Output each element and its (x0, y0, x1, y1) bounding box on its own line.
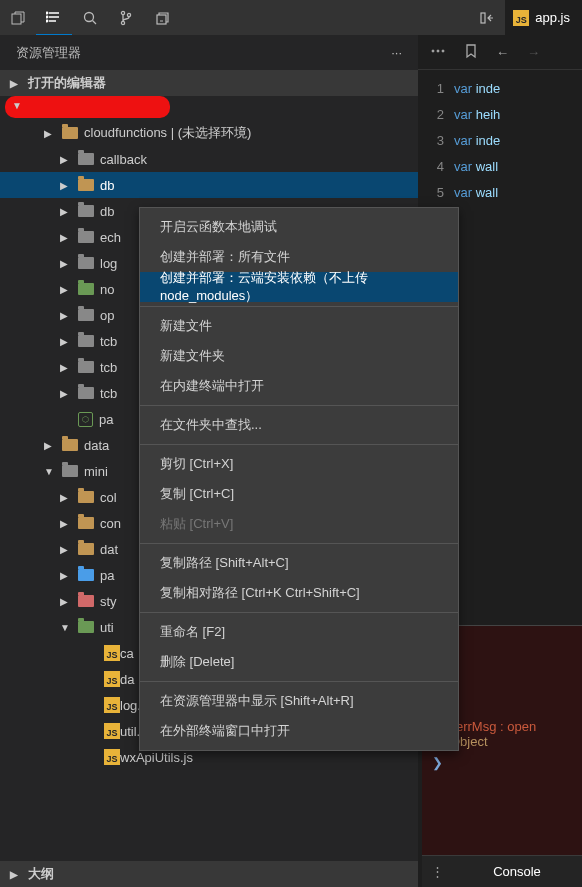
js-file-icon: JS (104, 723, 120, 739)
nav-back-icon[interactable]: ← (496, 45, 509, 60)
tree-label: no (100, 282, 114, 297)
chevron-icon[interactable]: ▼ (44, 466, 56, 477)
menu-item[interactable]: 新建文件 (140, 311, 458, 341)
chevron-icon[interactable]: ▶ (60, 232, 72, 243)
svg-point-6 (121, 21, 124, 24)
chevron-icon[interactable]: ▶ (60, 570, 72, 581)
chevron-icon[interactable]: ▶ (60, 154, 72, 165)
menu-item[interactable]: 复制路径 [Shift+Alt+C] (140, 548, 458, 578)
tree-label: wxApiUtils.js (120, 750, 193, 765)
tree-label: con (100, 516, 121, 531)
svg-point-1 (46, 12, 48, 14)
svg-rect-0 (12, 14, 21, 24)
js-file-icon: JS (513, 10, 529, 26)
console-tab[interactable]: Console (452, 864, 582, 879)
more-icon[interactable] (430, 43, 446, 62)
chevron-icon[interactable]: ▶ (60, 206, 72, 217)
sidebar-toggle-icon[interactable] (469, 0, 505, 35)
menu-item[interactable]: 复制 [Ctrl+C] (140, 479, 458, 509)
tree-label: tcb (100, 386, 117, 401)
menu-item[interactable]: 创建并部署：云端安装依赖（不上传 node_modules） (140, 272, 458, 302)
js-file-icon: JS (104, 645, 120, 661)
menu-item[interactable]: 在内建终端中打开 (140, 371, 458, 401)
menu-item[interactable]: 复制相对路径 [Ctrl+K Ctrl+Shift+C] (140, 578, 458, 608)
open-editors-section[interactable]: ▶打开的编辑器 (0, 70, 418, 96)
chevron-icon[interactable]: ▶ (60, 258, 72, 269)
svg-rect-9 (481, 13, 485, 23)
menu-icon[interactable] (36, 0, 72, 35)
outline-section[interactable]: ▶大纲 (0, 861, 418, 887)
folder-icon (78, 621, 94, 633)
menu-item[interactable]: 开启云函数本地调试 (140, 212, 458, 242)
chevron-icon[interactable]: ▶ (60, 518, 72, 529)
js-file-icon: JS (104, 749, 120, 765)
folder-icon (78, 153, 94, 165)
chevron-icon[interactable]: ▶ (60, 544, 72, 555)
tree-row[interactable]: ▶db (0, 172, 418, 198)
tree-label: mini (84, 464, 108, 479)
folder-icon (78, 283, 94, 295)
menu-item[interactable]: 重命名 [F2] (140, 617, 458, 647)
project-root-redacted[interactable]: ▼ (0, 96, 418, 120)
folder-icon (78, 257, 94, 269)
tree-label: data (84, 438, 109, 453)
folder-icon (78, 361, 94, 373)
folder-icon (78, 543, 94, 555)
files-icon[interactable] (0, 0, 36, 35)
js-file-icon: JS (104, 671, 120, 687)
save-all-icon[interactable] (144, 0, 180, 35)
tree-label: col (100, 490, 117, 505)
svg-rect-8 (157, 15, 166, 24)
bottom-tabs: ⋮ Console (422, 855, 582, 887)
search-icon[interactable] (72, 0, 108, 35)
menu-item[interactable]: 新建文件夹 (140, 341, 458, 371)
chevron-icon[interactable]: ▶ (60, 284, 72, 295)
svg-point-4 (85, 12, 94, 21)
chevron-icon[interactable]: ▶ (60, 388, 72, 399)
tree-label: dat (100, 542, 118, 557)
folder-icon (62, 465, 78, 477)
menu-item[interactable]: 剪切 [Ctrl+X] (140, 449, 458, 479)
tree-row[interactable]: ▶callback (0, 146, 418, 172)
bookmark-icon[interactable] (464, 43, 478, 62)
tree-label: uti (100, 620, 114, 635)
chevron-icon[interactable]: ▶ (60, 336, 72, 347)
chevron-icon[interactable]: ▶ (60, 310, 72, 321)
svg-point-12 (442, 50, 444, 52)
menu-item[interactable]: 在文件夹中查找... (140, 410, 458, 440)
node-icon: ⬡ (78, 412, 93, 427)
tree-row[interactable]: ▶cloudfunctions | (未选择环境) (0, 120, 418, 146)
chevron-icon[interactable]: ▶ (60, 492, 72, 503)
nav-fwd-icon[interactable]: → (527, 45, 540, 60)
more-icon[interactable]: ··· (391, 45, 402, 60)
folder-icon (78, 205, 94, 217)
explorer-title: 资源管理器 (16, 44, 81, 62)
chevron-icon[interactable]: ▼ (60, 622, 72, 633)
tree-label: ca (120, 646, 134, 661)
folder-icon (78, 569, 94, 581)
svg-point-11 (437, 50, 439, 52)
tree-label: op (100, 308, 114, 323)
editor-tab[interactable]: JS app.js (505, 0, 582, 35)
context-menu: 开启云函数本地调试创建并部署：所有文件创建并部署：云端安装依赖（不上传 node… (139, 207, 459, 751)
menu-item[interactable]: 在资源管理器中显示 [Shift+Alt+R] (140, 686, 458, 716)
branch-icon[interactable] (108, 0, 144, 35)
tree-label: tcb (100, 360, 117, 375)
chevron-icon[interactable]: ▶ (44, 128, 56, 139)
js-file-icon: JS (104, 697, 120, 713)
chevron-icon[interactable]: ▶ (60, 362, 72, 373)
menu-item[interactable]: 删除 [Delete] (140, 647, 458, 677)
svg-point-2 (46, 16, 48, 18)
menu-item[interactable]: 创建并部署：所有文件 (140, 242, 458, 272)
console-prompt-icon[interactable]: ❯ (432, 755, 572, 770)
tree-label: cloudfunctions | (未选择环境) (84, 124, 251, 142)
menu-item[interactable]: 在外部终端窗口中打开 (140, 716, 458, 746)
chevron-icon[interactable]: ▶ (60, 596, 72, 607)
folder-icon (62, 439, 78, 451)
chevron-icon[interactable]: ▶ (60, 180, 72, 191)
folder-icon (78, 595, 94, 607)
folder-icon (78, 231, 94, 243)
svg-point-3 (46, 20, 48, 22)
chevron-icon[interactable]: ▶ (44, 440, 56, 451)
panel-menu-icon[interactable]: ⋮ (422, 864, 452, 879)
